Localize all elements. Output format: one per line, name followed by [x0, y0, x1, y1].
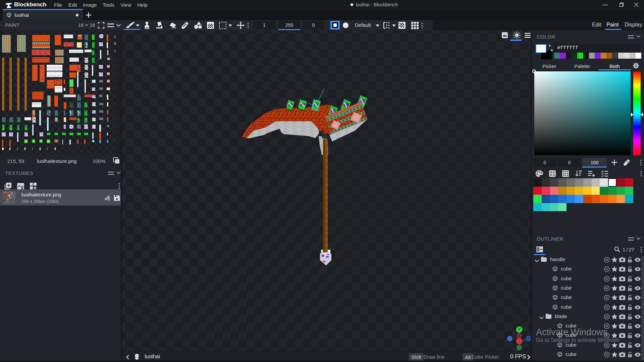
svg-text:Z: Z [528, 337, 530, 341]
svg-text:Y: Y [518, 327, 521, 332]
svg-text:X: X [518, 334, 521, 338]
